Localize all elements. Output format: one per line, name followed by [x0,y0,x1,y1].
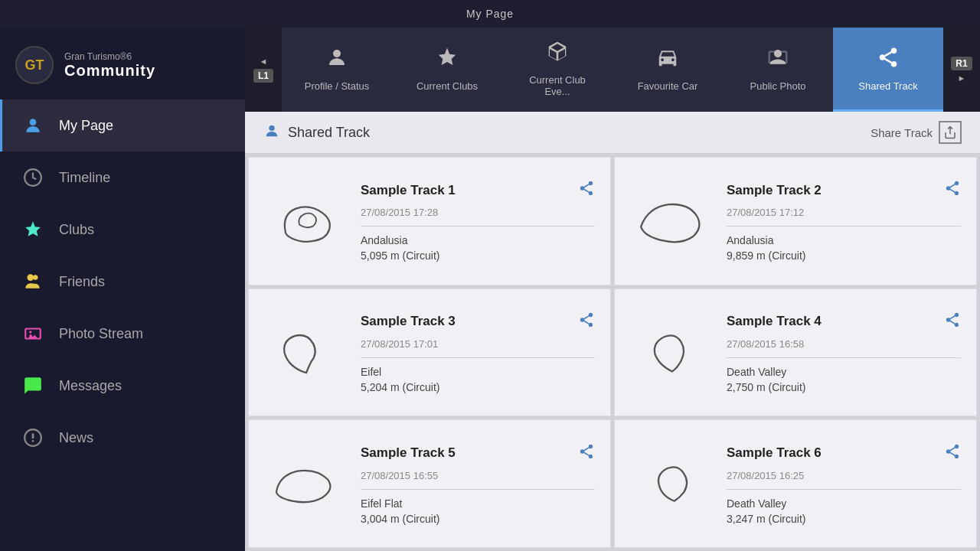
track-divider-track1 [361,226,595,227]
tab-shared-track[interactable]: Shared Track [833,28,943,112]
track-info-track6: Sample Track 6 27/08/2015 16:25 Death Va… [727,443,961,525]
shared-track-tab-icon [877,46,900,74]
track-distance-track1: 5,095 m (Circuit) [361,249,595,262]
track-date-track3: 27/08/2015 17:01 [361,338,595,350]
track-name-track2: Sample Track 2 [727,183,822,198]
clubs-icon [21,217,45,242]
track-share-icon-track2[interactable] [944,180,961,201]
sidebar-item-news[interactable]: News [0,412,245,464]
track-share-icon-track5[interactable] [578,443,595,464]
tab-label-clubs: Current Clubs [416,80,478,92]
brand-community: Community [64,62,155,80]
track-info-track3: Sample Track 3 27/08/2015 17:01 Eifel 5,… [361,311,595,393]
track-distance-track2: 9,859 m (Circuit) [727,249,961,262]
tab-bar: ◄ L1 Profile / Status Current C [245,28,980,112]
sidebar-item-photo-stream[interactable]: Photo Stream [0,308,245,360]
track-location-track4: Death Valley [727,366,961,378]
tab-public-photo[interactable]: Public Photo [723,28,833,112]
sidebar-nav: My Page Timeline Clubs Fri [0,99,245,551]
content-title: Shared Track [263,122,370,143]
sidebar-label-friends: Friends [59,274,105,290]
tab-profile[interactable]: Profile / Status [282,28,392,112]
tab-favourite-car[interactable]: Favourite Car [612,28,723,112]
tab-label-profile: Profile / Status [305,80,370,92]
track-date-track2: 27/08/2015 17:12 [727,207,961,218]
svg-point-2 [29,331,31,333]
page-title: My Page [466,8,514,20]
club-events-tab-icon [546,40,569,68]
track-name-row-track3: Sample Track 3 [361,311,595,332]
track-distance-track3: 5,204 m (Circuit) [361,381,595,393]
sidebar-item-friends[interactable]: Friends [0,256,245,308]
track-card-track2[interactable]: Sample Track 2 27/08/2015 17:12 Andalusi… [614,157,977,285]
svg-point-12 [269,125,274,130]
sidebar-item-my-page[interactable]: My Page [0,99,245,152]
svg-point-5 [32,440,34,442]
share-track-label: Share Track [871,126,933,139]
tab-clubs[interactable]: Current Clubs [392,28,502,112]
track-share-icon-track6[interactable] [944,443,961,464]
sidebar-item-timeline[interactable]: Timeline [0,152,245,204]
prev-tab-btn[interactable]: ◄ L1 [245,28,282,112]
tab-label-favourite-car: Favourite Car [638,80,698,92]
news-icon [21,425,45,450]
tab-club-events[interactable]: Current Club Eve... [502,28,612,112]
track-grid: Sample Track 1 27/08/2015 17:28 Andalusi… [245,154,980,551]
friends-icon [21,269,45,294]
track-share-icon-track3[interactable] [578,311,595,332]
public-photo-tab-icon [766,46,789,74]
track-name-row-track6: Sample Track 6 [727,443,961,464]
tab-label-club-events: Current Club Eve... [518,74,597,97]
track-distance-track6: 3,247 m (Circuit) [727,513,961,525]
sidebar-label-messages: Messages [59,378,122,394]
track-date-track1: 27/08/2015 17:28 [361,207,595,218]
sidebar: GT Gran Turismo®6 Community My Page Time… [0,28,245,551]
track-thumbnail-track2 [630,187,714,256]
sidebar-item-messages[interactable]: Messages [0,360,245,412]
l1-badge: L1 [253,69,273,83]
track-share-icon-track4[interactable] [944,311,961,332]
sidebar-label-photo-stream: Photo Stream [59,326,143,342]
svg-line-11 [885,52,892,56]
track-thumbnail-track4 [630,318,714,386]
track-card-track6[interactable]: Sample Track 6 27/08/2015 16:25 Death Va… [614,419,977,548]
tab-label-shared-track: Shared Track [858,80,917,92]
sidebar-item-clubs[interactable]: Clubs [0,204,245,256]
content-header: Shared Track Share Track [245,112,980,154]
logo-circle: GT [15,46,54,84]
track-card-track1[interactable]: Sample Track 1 27/08/2015 17:28 Andalusi… [248,157,611,285]
track-name-track5: Sample Track 5 [361,445,456,461]
photo-stream-icon [21,321,45,346]
brand-name: Gran Turismo®6 [64,51,155,62]
track-thumbnail-track5 [264,449,348,518]
share-track-button[interactable]: Share Track [871,121,962,144]
track-name-track3: Sample Track 3 [361,314,456,329]
track-location-track3: Eifel [361,366,595,378]
favourite-car-tab-icon [656,46,679,74]
track-name-track1: Sample Track 1 [361,183,456,198]
track-divider-track2 [727,226,961,227]
next-tab-btn[interactable]: R1 ► [943,28,980,112]
my-page-icon [21,113,45,138]
track-card-track4[interactable]: Sample Track 4 27/08/2015 16:58 Death Va… [614,289,977,417]
track-divider-track3 [361,357,595,358]
track-thumbnail-track1 [264,187,348,256]
sidebar-brand: Gran Turismo®6 Community [64,51,155,80]
svg-point-8 [880,54,886,60]
track-info-track2: Sample Track 2 27/08/2015 17:12 Andalusi… [727,180,961,262]
track-info-track4: Sample Track 4 27/08/2015 16:58 Death Va… [727,311,961,393]
svg-point-6 [333,50,341,57]
messages-icon [21,373,45,398]
svg-point-7 [891,47,897,54]
sidebar-label-my-page: My Page [59,118,113,134]
track-date-track4: 27/08/2015 16:58 [727,338,961,350]
track-card-track3[interactable]: Sample Track 3 27/08/2015 17:01 Eifel 5,… [248,289,611,417]
tab-label-public-photo: Public Photo [750,80,806,92]
svg-point-0 [30,119,37,126]
share-icon [939,121,962,144]
track-card-track5[interactable]: Sample Track 5 27/08/2015 16:55 Eifel Fl… [248,419,611,548]
track-share-icon-track1[interactable] [578,180,595,201]
track-name-track4: Sample Track 4 [727,314,822,329]
sidebar-label-clubs: Clubs [59,222,94,238]
track-thumbnail-track6 [630,449,714,518]
